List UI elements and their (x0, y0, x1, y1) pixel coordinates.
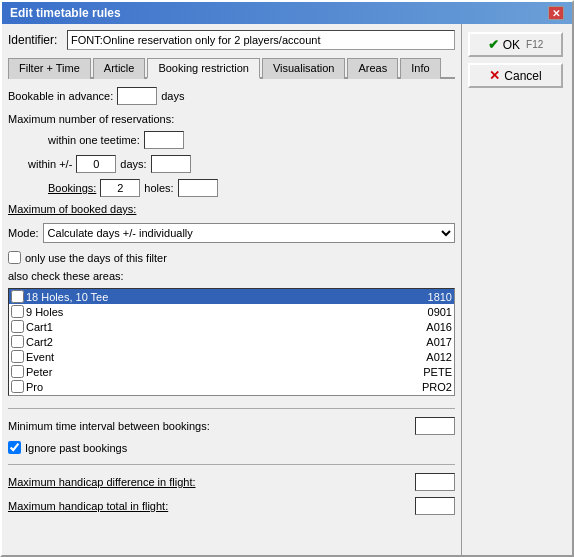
min-interval-row: Minimum time interval between bookings: (8, 417, 455, 435)
area-code-4: A012 (426, 351, 452, 363)
list-item[interactable]: 18 Holes, 10 Tee 1810 (9, 289, 454, 304)
max-booked-days-label: Maximum of booked days: (8, 203, 136, 215)
only-days-label: only use the days of this filter (25, 252, 167, 264)
area-label-2: Cart1 (26, 321, 53, 333)
bookable-label: Bookable in advance: (8, 90, 113, 102)
identifier-input[interactable] (67, 30, 455, 50)
within-days-label: days: (120, 158, 146, 170)
area-checkbox-6[interactable] (11, 380, 24, 393)
area-code-0: 1810 (428, 291, 452, 303)
list-item[interactable]: 9 Holes 0901 (9, 304, 454, 319)
area-label-4: Event (26, 351, 54, 363)
main-window: Edit timetable rules ✕ Identifier: Filte… (0, 0, 574, 557)
list-item[interactable]: Cart1 A016 (9, 319, 454, 334)
area-code-6: PRO2 (422, 381, 452, 393)
separator-1 (8, 408, 455, 409)
area-label-6: Pro (26, 381, 43, 393)
area-checkbox-3[interactable] (11, 335, 24, 348)
only-days-row: only use the days of this filter (8, 251, 455, 264)
bookings-input[interactable] (100, 179, 140, 197)
within-plus-minus-label: within +/- (28, 158, 72, 170)
min-interval-label: Minimum time interval between bookings: (8, 420, 210, 432)
max-handicap-diff-row: Maximum handicap difference in flight: (8, 473, 455, 491)
bookable-input[interactable] (117, 87, 157, 105)
holes-label: holes: (144, 182, 173, 194)
identifier-row: Identifier: (8, 30, 455, 50)
max-booked-days-row: Maximum of booked days: (8, 203, 455, 215)
area-checkbox-5[interactable] (11, 365, 24, 378)
within-teetime-row: within one teetime: (8, 131, 455, 149)
tab-filter-time[interactable]: Filter + Time (8, 58, 91, 79)
bookings-label: Bookings: (48, 182, 96, 194)
min-interval-input[interactable] (415, 417, 455, 435)
list-item[interactable]: Peter PETE (9, 364, 454, 379)
area-code-2: A016 (426, 321, 452, 333)
tab-bar: Filter + Time Article Booking restrictio… (8, 56, 455, 79)
holes-input[interactable] (178, 179, 218, 197)
bookable-row: Bookable in advance: days (8, 87, 455, 105)
tab-booking-restriction[interactable]: Booking restriction (147, 58, 260, 79)
area-checkbox-0[interactable] (11, 290, 24, 303)
list-item[interactable]: Cart2 A017 (9, 334, 454, 349)
ignore-past-label: Ignore past bookings (25, 442, 127, 454)
area-label-1: 9 Holes (26, 306, 63, 318)
areas-list: 18 Holes, 10 Tee 1810 9 Holes 0901 Cart1… (8, 288, 455, 396)
within-plus-minus-input[interactable] (76, 155, 116, 173)
ignore-past-row: Ignore past bookings (8, 441, 455, 454)
right-panel: ✔ OK F12 ✕ Cancel (462, 24, 572, 555)
max-reservations-label: Maximum number of reservations: (8, 113, 174, 125)
max-handicap-diff-label: Maximum handicap difference in flight: (8, 476, 196, 488)
ok-button[interactable]: ✔ OK F12 (468, 32, 563, 57)
tab-info[interactable]: Info (400, 58, 440, 79)
area-code-3: A017 (426, 336, 452, 348)
also-check-label: also check these areas: (8, 270, 455, 282)
area-code-5: PETE (423, 366, 452, 378)
identifier-label: Identifier: (8, 33, 63, 47)
separator-2 (8, 464, 455, 465)
area-label-5: Peter (26, 366, 52, 378)
form-area: Bookable in advance: days Maximum number… (8, 87, 455, 549)
mode-label: Mode: (8, 227, 39, 239)
max-handicap-total-input[interactable] (415, 497, 455, 515)
tab-visualisation[interactable]: Visualisation (262, 58, 346, 79)
window-title: Edit timetable rules (10, 6, 121, 20)
close-button[interactable]: ✕ (548, 6, 564, 20)
within-teetime-label: within one teetime: (48, 134, 140, 146)
tab-article[interactable]: Article (93, 58, 146, 79)
area-checkbox-4[interactable] (11, 350, 24, 363)
tab-areas[interactable]: Areas (347, 58, 398, 79)
ok-shortcut: F12 (526, 39, 543, 50)
area-label-3: Cart2 (26, 336, 53, 348)
within-days-input[interactable] (151, 155, 191, 173)
area-code-1: 0901 (428, 306, 452, 318)
max-handicap-diff-input[interactable] (415, 473, 455, 491)
max-reservations-row: Maximum number of reservations: (8, 113, 455, 125)
only-days-checkbox[interactable] (8, 251, 21, 264)
max-handicap-total-label: Maximum handicap total in flight: (8, 500, 168, 512)
bookable-days-label: days (161, 90, 184, 102)
bookings-row: Bookings: holes: (8, 179, 455, 197)
x-icon: ✕ (489, 68, 500, 83)
check-icon: ✔ (488, 37, 499, 52)
max-handicap-total-row: Maximum handicap total in flight: (8, 497, 455, 515)
area-checkbox-1[interactable] (11, 305, 24, 318)
list-item[interactable]: Pro PRO2 (9, 379, 454, 394)
ignore-past-checkbox[interactable] (8, 441, 21, 454)
area-label-0: 18 Holes, 10 Tee (26, 291, 108, 303)
title-bar: Edit timetable rules ✕ (2, 2, 572, 24)
list-item[interactable]: Event A012 (9, 349, 454, 364)
mode-select[interactable]: Calculate days +/- individually Fixed da… (43, 223, 455, 243)
cancel-button[interactable]: ✕ Cancel (468, 63, 563, 88)
area-checkbox-2[interactable] (11, 320, 24, 333)
cancel-label: Cancel (504, 69, 541, 83)
ok-label: OK (503, 38, 520, 52)
mode-row: Mode: Calculate days +/- individually Fi… (8, 223, 455, 243)
left-panel: Identifier: Filter + Time Article Bookin… (2, 24, 462, 555)
within-teetime-input[interactable] (144, 131, 184, 149)
